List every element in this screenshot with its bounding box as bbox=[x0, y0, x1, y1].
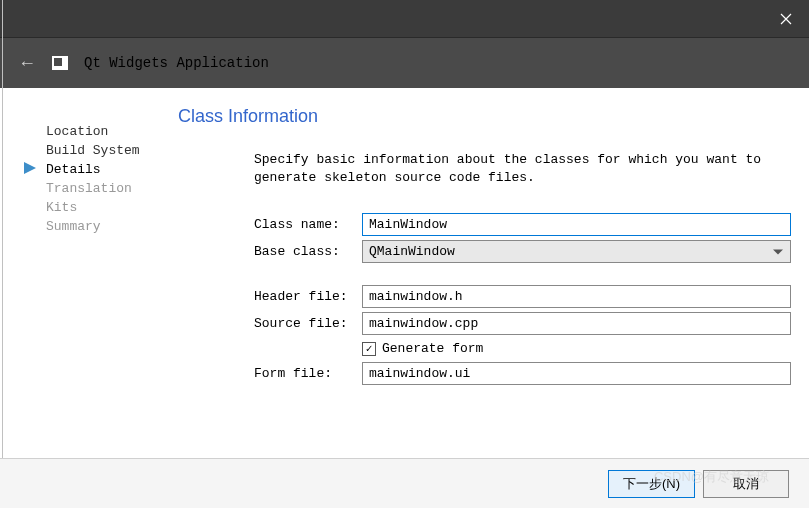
qt-app-icon bbox=[52, 56, 68, 70]
header-file-input[interactable] bbox=[362, 285, 791, 308]
sidebar-item-kits: Kits bbox=[46, 198, 170, 217]
generate-form-checkbox[interactable]: ✓ bbox=[362, 342, 376, 356]
wizard-title: Qt Widgets Application bbox=[84, 55, 269, 71]
class-name-label: Class name: bbox=[254, 217, 362, 232]
class-name-input[interactable] bbox=[362, 213, 791, 236]
sidebar-item-location[interactable]: Location bbox=[46, 122, 170, 141]
base-class-label: Base class: bbox=[254, 244, 362, 259]
header-file-label: Header file: bbox=[254, 289, 362, 304]
wizard-steps-sidebar: Location Build System Details Translatio… bbox=[0, 88, 170, 458]
main-panel: Class Information Specify basic informat… bbox=[170, 88, 809, 458]
base-class-select[interactable]: QMainWindow bbox=[362, 240, 791, 263]
generate-form-label: Generate form bbox=[382, 341, 483, 356]
sidebar-item-translation: Translation bbox=[46, 179, 170, 198]
page-title: Class Information bbox=[178, 106, 791, 127]
sidebar-item-build-system[interactable]: Build System bbox=[46, 141, 170, 160]
source-file-label: Source file: bbox=[254, 316, 362, 331]
window-titlebar bbox=[0, 0, 809, 38]
page-description: Specify basic information about the clas… bbox=[254, 151, 791, 187]
form-file-input[interactable] bbox=[362, 362, 791, 385]
watermark-text: CSDN@有尽意无琼 bbox=[654, 468, 769, 486]
sidebar-item-details[interactable]: Details bbox=[46, 160, 170, 179]
close-icon bbox=[780, 13, 792, 25]
wizard-header: ← Qt Widgets Application bbox=[0, 38, 809, 88]
source-file-input[interactable] bbox=[362, 312, 791, 335]
back-arrow-icon[interactable]: ← bbox=[18, 53, 36, 74]
sidebar-item-summary: Summary bbox=[46, 217, 170, 236]
form-file-label: Form file: bbox=[254, 366, 362, 381]
close-button[interactable] bbox=[763, 0, 809, 38]
